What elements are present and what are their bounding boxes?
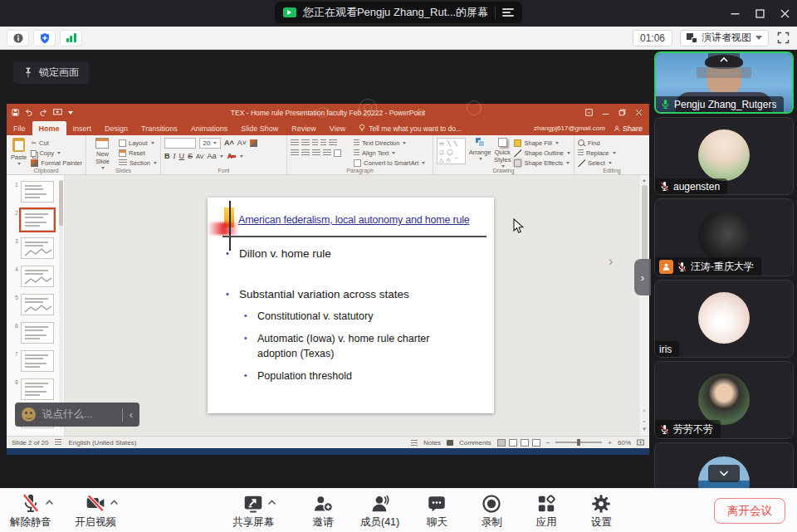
slideshow-icon[interactable]: [53, 109, 62, 116]
previous-slide-button[interactable]: ⌃: [642, 409, 647, 415]
ppt-share-button[interactable]: Share: [614, 124, 643, 133]
banner-menu-icon[interactable]: [502, 7, 514, 17]
shapes-gallery[interactable]: ▭ ╲ ╲ ◻ ◯ △ ◇ ⌒ ⇨ ▽ ◠ ◡ { }: [437, 138, 466, 164]
text-direction-button[interactable]: Text Direction: [354, 139, 425, 147]
ppt-tellme-box[interactable]: Tell me what you want to do...: [352, 121, 468, 135]
security-shield-button[interactable]: [33, 30, 56, 46]
slide-editing-canvas[interactable]: American federalism, local autonomy and …: [65, 175, 638, 436]
network-signal-button[interactable]: [60, 30, 82, 46]
shape-fill-button[interactable]: Shape Fill: [514, 139, 570, 147]
zoom-level[interactable]: 60%: [618, 439, 631, 447]
shape-outline-button[interactable]: Shape Outline: [514, 149, 570, 157]
shrink-font-button[interactable]: A˅: [237, 139, 247, 147]
clear-formatting-button[interactable]: [250, 139, 257, 147]
toolbar-record-button[interactable]: 录制: [474, 492, 509, 530]
spellcheck-icon[interactable]: [55, 439, 61, 446]
unmute-options-chevron-icon[interactable]: [45, 500, 54, 505]
cut-button[interactable]: ✂Cut: [31, 139, 82, 147]
section-button[interactable]: Section: [119, 159, 157, 167]
convert-smartart-button[interactable]: Convert to SmartArt: [354, 159, 425, 167]
ppt-tab-insert[interactable]: Insert: [66, 121, 99, 135]
toolbar-start-video-button[interactable]: 开启视频: [75, 492, 116, 530]
emoji-icon[interactable]: [22, 408, 36, 422]
ppt-tab-transitions[interactable]: Transitions: [134, 121, 184, 135]
paste-button[interactable]: Paste: [10, 138, 27, 165]
change-case-button[interactable]: Aa: [207, 153, 216, 160]
font-size-box[interactable]: 20: [199, 138, 221, 149]
alignment-buttons[interactable]: [291, 149, 350, 157]
next-slide-button[interactable]: ⌄: [642, 417, 647, 423]
maximize-button[interactable]: [747, 0, 772, 27]
character-spacing-button[interactable]: AV: [196, 154, 203, 160]
more-participants-tile[interactable]: [654, 442, 794, 488]
pin-view-button[interactable]: 锁定画面: [13, 61, 89, 84]
slide-thumbnail-3[interactable]: [21, 237, 54, 259]
reading-view-button[interactable]: [521, 439, 529, 447]
participant-tile-1[interactable]: Pengju Zhang_Rutgers: [654, 51, 794, 114]
strikethrough-button[interactable]: S: [188, 153, 193, 160]
toolbar-invite-button[interactable]: 邀请: [306, 492, 340, 530]
replace-button[interactable]: Replace: [578, 149, 616, 157]
italic-button[interactable]: I: [174, 153, 176, 160]
shape-effects-button[interactable]: Shape Effects: [514, 159, 570, 167]
zoom-slider[interactable]: [555, 442, 602, 443]
slide-sorter-view-button[interactable]: [509, 439, 517, 447]
share-screen-options-chevron-icon[interactable]: [267, 500, 276, 505]
slide-thumbnail-4[interactable]: [21, 266, 54, 287]
normal-view-button[interactable]: [497, 439, 506, 447]
participant-tile-3[interactable]: 汪涛-重庆大学: [654, 198, 794, 276]
ppt-tab-view[interactable]: View: [323, 121, 352, 135]
ppt-tab-design[interactable]: Design: [98, 121, 134, 135]
leave-meeting-button[interactable]: 离开会议: [714, 498, 785, 524]
zoom-in-button[interactable]: +: [608, 439, 612, 447]
format-painter-button[interactable]: Format Painter: [31, 159, 82, 167]
reset-button[interactable]: Reset: [119, 149, 157, 157]
grow-font-button[interactable]: A˄: [224, 139, 234, 147]
toolbar-unmute-button[interactable]: 解除静音: [10, 492, 51, 530]
undo-icon[interactable]: [25, 109, 33, 116]
slide-thumbnail-6[interactable]: [21, 322, 54, 344]
quick-chat-input[interactable]: 说点什么... ‹: [15, 403, 139, 427]
participant-tile-2[interactable]: augensten: [654, 117, 794, 195]
chat-collapse-icon[interactable]: ‹: [130, 409, 133, 420]
copy-button[interactable]: Copy: [31, 149, 82, 157]
participant-tile-5[interactable]: 劳劳不劳: [654, 361, 794, 439]
new-slide-button[interactable]: New Slide: [90, 138, 115, 169]
slide-thumbnail-8[interactable]: [21, 378, 54, 400]
ppt-tab-animations[interactable]: Animations: [184, 121, 235, 135]
notes-toggle[interactable]: Notes: [423, 439, 441, 447]
list-and-indent-buttons[interactable]: [291, 139, 350, 147]
save-icon[interactable]: [12, 109, 19, 116]
font-name-box[interactable]: [164, 138, 196, 149]
toolbar-apps-button[interactable]: 应用: [529, 492, 564, 530]
start-video-options-chevron-icon[interactable]: [110, 500, 119, 505]
qat-more-icon[interactable]: [68, 111, 73, 115]
align-text-button[interactable]: Align Text: [354, 149, 425, 157]
quick-styles-button[interactable]: Quick Styles: [494, 138, 511, 168]
redo-icon[interactable]: [39, 109, 47, 116]
underline-button[interactable]: U: [179, 153, 185, 160]
zoom-out-button[interactable]: −: [546, 439, 550, 447]
language-indicator[interactable]: English (United States): [68, 439, 136, 447]
minimize-button[interactable]: [722, 0, 747, 27]
fullscreen-button[interactable]: [776, 31, 790, 45]
current-slide[interactable]: American federalism, local autonomy and …: [208, 198, 494, 413]
layout-button[interactable]: Layout: [119, 139, 157, 147]
scroll-participants-down-button[interactable]: [708, 465, 740, 482]
slide-thumbnail-2[interactable]: [21, 209, 54, 231]
scroll-down-icon[interactable]: ▼: [642, 426, 647, 432]
view-mode-button[interactable]: 演讲者视图: [680, 30, 769, 46]
fit-to-window-icon[interactable]: [637, 439, 644, 446]
toolbar-settings-button[interactable]: 设置: [584, 492, 619, 530]
scroll-up-icon[interactable]: ▲: [642, 177, 647, 183]
ppt-ribbon-options-icon[interactable]: [582, 105, 596, 120]
participant-tile-4[interactable]: iris: [654, 280, 794, 358]
toolbar-share-screen-button[interactable]: 共享屏幕: [232, 492, 274, 530]
ppt-tab-home[interactable]: Home: [32, 121, 66, 135]
collapse-videos-button[interactable]: [708, 53, 740, 66]
select-button[interactable]: Select: [578, 159, 616, 167]
slideshow-view-button[interactable]: [532, 439, 540, 447]
ppt-tab-review[interactable]: Review: [285, 121, 323, 135]
meeting-info-button[interactable]: [7, 30, 29, 46]
slide-vertical-scrollbar[interactable]: ▲ ⌃ ⌄ ▼: [638, 175, 649, 436]
